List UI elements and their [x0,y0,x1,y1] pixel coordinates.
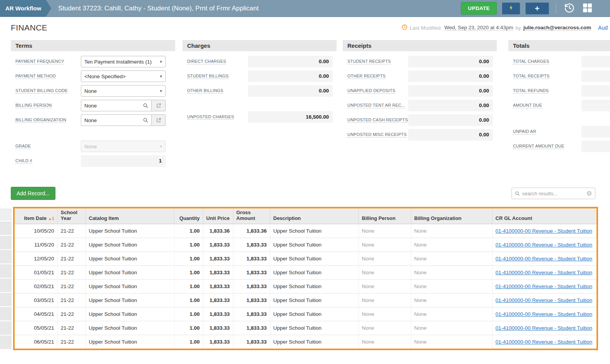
row-handle[interactable] [0,250,12,264]
audit-link[interactable]: Aud [598,25,608,31]
cell-billing-person: None [359,238,411,252]
add-record-button[interactable]: Add Record... [11,187,55,200]
field-label: UNPOSTED CHARGES [187,114,248,119]
billing-person-open-record-button[interactable] [152,100,166,111]
row-handle[interactable] [0,236,12,250]
gl-account-link[interactable]: 01-4100000-00 Revenue - Student Tuition [496,270,592,275]
breadcrumb-label: AR Workflow [5,5,41,12]
col-description[interactable]: Description [270,208,359,224]
field-label-text: PAYMENT FREQUENCY [15,59,64,64]
row-handle[interactable] [0,264,12,278]
cell-description: Upper School Tuition [270,293,359,307]
record-title: Student 37223: Cahill, Cathy - Student (… [58,5,259,12]
field-label-text: UNPOSTED MISC RECEIPTS [347,132,407,138]
col-quantity[interactable]: Quantity [174,208,203,224]
cell-billing-organization: None [411,238,492,252]
table-row[interactable]: 10/05/2021-22Upper School Tuition1.001,8… [15,224,597,238]
clock-icon [402,24,407,31]
field-label: CURRENT AMOUNT DUE [513,144,582,149]
update-button[interactable]: UPDATE [461,2,497,15]
payment-frequency-select[interactable]: Ten Payment Installments (1)▾ [81,56,166,67]
charges-panel-body: DIRECT CHARGES0.00STUDENT BILLINGS0.00OT… [183,51,337,123]
cell-quantity: 1.00 [174,279,203,293]
col-item-date[interactable]: Item Date▲1 [15,208,57,224]
cell-cr-gl-account: 01-4100000-00 Revenue - Student Tuition [492,238,597,252]
cell-school-year: 21-22 [57,307,85,321]
payment-method-select[interactable]: <None Specified>▾ [81,70,166,82]
student-billing-code-select[interactable]: None▾ [81,85,166,97]
cell-school-year: 21-22 [57,238,85,252]
cell-gross-amount: 1,833.33 [233,335,270,349]
table-row[interactable]: 12/05/2021-22Upper School Tuition1.001,8… [15,252,597,265]
field-label: STUDENT BILLINGS [187,74,248,79]
row-handle[interactable] [0,321,12,335]
total-receipts-value [582,70,610,82]
apps-grid-button[interactable] [581,3,594,14]
billing-person-lookup: None [81,100,166,111]
cell-unit-price: 1,833.36 [203,224,233,238]
row-handle[interactable] [0,278,12,293]
billing-organization-input[interactable]: None [81,114,152,126]
sort-ascending-icon: ▲1 [48,216,54,221]
cell-gross-amount: 1,833.33 [233,293,270,307]
gl-account-link[interactable]: 01-4100000-00 Revenue - Student Tuition [496,297,592,303]
gl-account-link[interactable]: 01-4100000-00 Revenue - Student Tuition [496,339,592,345]
terms-panel: Terms PAYMENT FREQUENCYTen Payment Insta… [11,40,175,170]
gl-account-link[interactable]: 01-4100000-00 Revenue - Student Tuition [496,283,592,289]
gl-account-link[interactable]: 01-4100000-00 Revenue - Student Tuition [496,311,592,317]
row-handle[interactable] [0,307,12,321]
cell-catalog-item: Upper School Tuition [85,335,174,349]
other-receipts-value: 0.00 [408,70,493,82]
cell-item-date: 10/05/20 [15,224,57,238]
gl-account-link[interactable]: 01-4100000-00 Revenue - Student Tuition [496,242,592,248]
cell-catalog-item: Upper School Tuition [85,307,174,321]
billing-person-input[interactable]: None [81,100,152,111]
unposted-misc-receipts-value: 0.00 [408,129,493,141]
col-billing-organization[interactable]: Billing Organization [411,208,492,224]
charges-panel: Charges DIRECT CHARGES0.00STUDENT BILLIN… [183,40,337,170]
highlighted-table-wrap: Item Date▲1School YearCatalog ItemQuanti… [13,207,598,350]
add-new-button[interactable]: + [525,2,549,15]
cell-billing-person: None [359,252,411,265]
field-unposted-charges: UNPOSTED CHARGES16,500.00 [187,111,333,123]
field-direct-charges: DIRECT CHARGES0.00 [187,56,333,67]
cell-catalog-item: Upper School Tuition [85,224,174,238]
cell-quantity: 1.00 [174,307,203,321]
col-catalog-item[interactable]: Catalog Item [85,208,174,224]
field-label-text: UNPOSTED TENT AR REC... [347,103,405,108]
field-label: UNPOSTED MISC RECEIPTS [347,132,408,137]
row-handle[interactable] [0,293,12,307]
gl-account-link[interactable]: 01-4100000-00 Revenue - Student Tuition [496,228,592,234]
field-label-text: TOTAL REFUNDS [513,88,549,94]
table-row[interactable]: 11/05/2021-22Upper School Tuition1.001,8… [15,238,597,252]
child-value: 1 [81,155,166,167]
field-total-charges: TOTAL CHARGES [513,56,610,67]
cell-catalog-item: Upper School Tuition [85,238,174,252]
billing-organization-open-record-button[interactable] [152,114,166,126]
search-input[interactable] [522,191,587,196]
gl-account-link[interactable]: 01-4100000-00 Revenue - Student Tuition [496,256,592,262]
clear-search-icon[interactable] [587,191,592,196]
breadcrumb-ar-workflow[interactable]: AR Workflow [0,0,51,17]
quick-actions-button[interactable] [502,2,520,15]
select-value: None [84,88,97,94]
col-cr-gl-account[interactable]: CR GL Account [492,208,597,224]
row-handle[interactable] [0,335,12,350]
col-gross-amount[interactable]: Gross Amount [233,208,270,224]
gl-account-link[interactable]: 01-4100000-00 Revenue - Student Tuition [496,325,592,331]
history-button[interactable] [563,2,576,15]
row-handle[interactable] [0,221,12,236]
cell-cr-gl-account: 01-4100000-00 Revenue - Student Tuition [492,307,597,321]
table-row[interactable]: 06/05/2121-22Upper School Tuition1.001,8… [15,335,597,349]
table-row[interactable]: 02/05/2121-22Upper School Tuition1.001,8… [15,279,597,293]
cell-item-date: 06/05/21 [15,335,57,349]
col-school-year[interactable]: School Year [57,208,85,224]
table-row[interactable]: 05/05/2121-22Upper School Tuition1.001,8… [15,321,597,335]
table-row[interactable]: 03/05/2121-22Upper School Tuition1.001,8… [15,293,597,307]
col-unit-price[interactable]: Unit Price [203,208,233,224]
cell-quantity: 1.00 [174,265,203,279]
by-label: by [516,25,521,31]
table-row[interactable]: 04/05/2121-22Upper School Tuition1.001,8… [15,307,597,321]
table-row[interactable]: 01/05/2121-22Upper School Tuition1.001,8… [15,265,597,279]
col-billing-person[interactable]: Billing Person [359,208,411,224]
